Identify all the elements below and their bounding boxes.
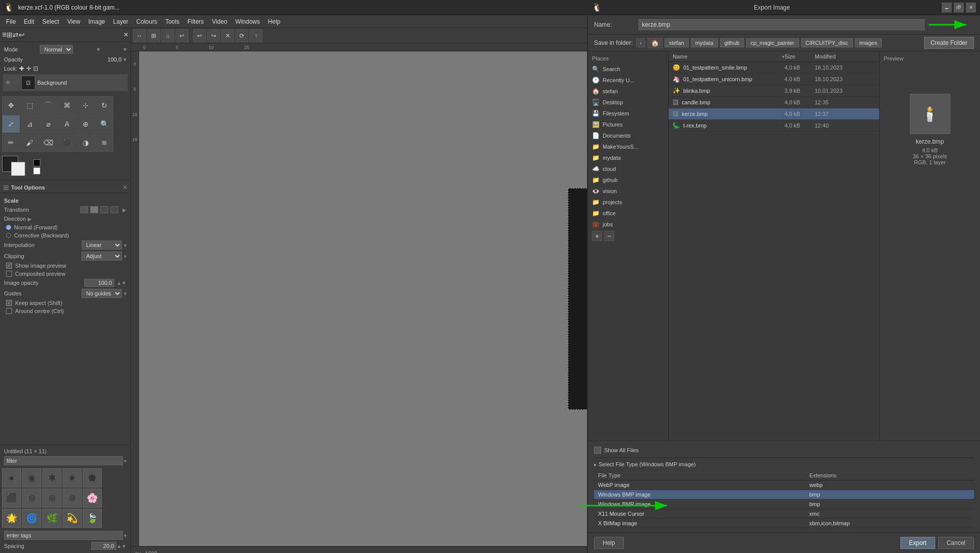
- brush-item-6[interactable]: ⬛: [2, 488, 21, 508]
- brush-item-3[interactable]: ✱: [42, 468, 61, 487]
- tool-rotate[interactable]: ↻: [95, 96, 113, 114]
- tool-rect-select[interactable]: ⬚: [21, 96, 39, 114]
- col-modified-header[interactable]: Modified: [815, 53, 875, 59]
- canvas-tool-4[interactable]: ↩: [175, 29, 188, 42]
- canvas-export2[interactable]: ↑: [249, 29, 263, 42]
- place-filesystem[interactable]: 💾 Filesystem: [588, 108, 668, 119]
- tool-paint[interactable]: 🖌: [21, 134, 39, 152]
- brush-item-4[interactable]: ★: [62, 468, 82, 487]
- tool-warp[interactable]: ⌀: [39, 115, 57, 133]
- tool-picker[interactable]: ⊕: [77, 115, 95, 133]
- menu-tools[interactable]: Tools: [161, 17, 183, 26]
- filetype-row-5[interactable]: X BitMap image xbm,icon,bitmap: [594, 519, 974, 528]
- composited-preview-checkbox[interactable]: [6, 271, 12, 277]
- menu-edit[interactable]: Edit: [20, 17, 38, 26]
- menu-video[interactable]: Video: [208, 17, 231, 26]
- mode-select[interactable]: Normal: [40, 45, 73, 54]
- canvas-undo[interactable]: ↩: [193, 29, 206, 42]
- filetype-row-1[interactable]: WebP image webp: [594, 480, 974, 490]
- background-color[interactable]: [11, 162, 25, 176]
- brush-item-1[interactable]: ●: [2, 468, 21, 487]
- brush-item-14[interactable]: 💫: [62, 509, 82, 528]
- folder-back-btn[interactable]: ‹: [636, 38, 645, 47]
- canvas-tool-1[interactable]: ↔: [133, 29, 146, 42]
- file-row-6[interactable]: 🦕 t-rex.bmp 4,0 kB 12:40: [669, 120, 879, 132]
- black-white-icon[interactable]: [33, 159, 40, 166]
- folder-home-btn[interactable]: 🏠: [647, 38, 663, 48]
- menu-filters[interactable]: Filters: [183, 17, 208, 26]
- around-centre-checkbox[interactable]: [6, 308, 12, 314]
- place-mydata[interactable]: 📁 mydata: [588, 152, 668, 163]
- place-cloud[interactable]: ☁️ cloud: [588, 163, 668, 174]
- col-name-header[interactable]: Name: [673, 53, 782, 59]
- canvas-tool-2[interactable]: ⊞: [147, 29, 160, 42]
- place-jobs[interactable]: 💼 jobs: [588, 219, 668, 230]
- folder-path-stefan[interactable]: stefan: [665, 38, 689, 47]
- place-pictures[interactable]: 🖼️ Pictures: [588, 119, 668, 130]
- brush-item-11[interactable]: 🌟: [2, 509, 21, 528]
- direction-corrective-radio[interactable]: [6, 233, 11, 238]
- file-row-2[interactable]: 🦄 01_testpattern_unicorn.bmp 4,0 kB 18.1…: [669, 74, 879, 85]
- filename-input[interactable]: kerze.bmp: [638, 19, 925, 30]
- interpolation-select[interactable]: Linear None Cubic: [82, 240, 122, 250]
- canvas-tool-3[interactable]: ⌂: [161, 29, 174, 42]
- folder-path-cp-magic-painter[interactable]: cp_magic_painter: [746, 38, 799, 47]
- col-size-header[interactable]: Size: [785, 53, 815, 59]
- help-button[interactable]: Help: [594, 537, 624, 549]
- place-github[interactable]: 📁 github: [588, 174, 668, 186]
- layer-row[interactable]: 👁 ⛓ 🖼 Background: [3, 74, 127, 91]
- file-row-4[interactable]: 🖼 candle.bmp 4,0 kB 12:35: [669, 97, 879, 108]
- remove-place-btn[interactable]: −: [604, 231, 614, 241]
- image-opacity-input[interactable]: 100,0: [84, 279, 114, 287]
- menu-select[interactable]: Select: [38, 17, 63, 26]
- export-button[interactable]: Export: [900, 537, 935, 549]
- layer-visibility-icon[interactable]: 👁: [5, 79, 11, 86]
- cancel-button[interactable]: Cancel: [938, 537, 974, 549]
- guides-select[interactable]: No guides: [82, 289, 122, 298]
- lock-position-icon[interactable]: ✚: [19, 65, 24, 72]
- folder-path-images[interactable]: images: [855, 38, 882, 47]
- tool-options-close[interactable]: ✕: [122, 184, 127, 191]
- filetype-row-3[interactable]: Windows BMP image bmp: [594, 500, 974, 509]
- brush-item-15[interactable]: 🍃: [83, 509, 102, 528]
- menu-layer[interactable]: Layer: [109, 17, 133, 26]
- menu-file[interactable]: File: [2, 17, 20, 26]
- file-type-header[interactable]: ▸ Select File Type (Windows BMP image): [594, 460, 974, 469]
- toolbox-close-icon[interactable]: ✕: [123, 31, 128, 38]
- canvas-redo[interactable]: ↪: [207, 29, 220, 42]
- tool-smudge[interactable]: ≋: [95, 134, 113, 152]
- tool-move[interactable]: ✥: [2, 96, 20, 114]
- brush-item-10[interactable]: 🌸: [83, 488, 102, 508]
- place-projects[interactable]: 📁 projects: [588, 197, 668, 208]
- menu-windows[interactable]: Windows: [231, 17, 264, 26]
- dialog-minimize-btn[interactable]: 🗕: [942, 3, 952, 13]
- menu-image[interactable]: Image: [84, 17, 109, 26]
- dialog-close-btn[interactable]: ✕: [966, 3, 976, 13]
- folder-path-mydata[interactable]: mydata: [691, 38, 718, 47]
- brush-item-13[interactable]: 🌿: [42, 509, 61, 528]
- tool-crop[interactable]: ⊹: [77, 96, 95, 114]
- lock-alpha-icon[interactable]: ⊡: [33, 65, 38, 72]
- tool-free-select[interactable]: ⌒: [39, 96, 57, 114]
- menu-colours[interactable]: Colours: [133, 17, 161, 26]
- brush-item-9[interactable]: ⊗: [62, 488, 82, 508]
- lock-pixels-icon[interactable]: ✛: [26, 65, 31, 72]
- file-row-3[interactable]: ✨ blinka.bmp 3,9 kB 10.01.2023: [669, 85, 879, 97]
- tool-dodge[interactable]: ◑: [77, 134, 95, 152]
- dialog-restore-btn[interactable]: 🗗: [954, 3, 964, 13]
- tool-fuzzy-select[interactable]: ⌘: [58, 96, 76, 114]
- place-stefan[interactable]: 🏠 stefan: [588, 86, 668, 97]
- brush-item-8[interactable]: ⊕: [42, 488, 61, 508]
- folder-path-circuitpy[interactable]: CIRCUITPY_disc: [801, 38, 853, 47]
- brush-item-12[interactable]: 🌀: [22, 509, 41, 528]
- place-search[interactable]: 🔍 Search: [588, 64, 668, 75]
- tool-zoom[interactable]: 🔍: [95, 115, 113, 133]
- keep-aspect-checkbox[interactable]: [6, 300, 12, 306]
- show-image-preview-checkbox[interactable]: [6, 263, 12, 269]
- tag-input[interactable]: enter tags: [4, 531, 123, 540]
- place-office[interactable]: 📁 office: [588, 208, 668, 219]
- tool-eraser[interactable]: ⌫: [39, 134, 57, 152]
- brush-item-7[interactable]: ⊛: [22, 488, 41, 508]
- place-desktop[interactable]: 🖥️ Desktop: [588, 97, 668, 108]
- filter-input[interactable]: filter: [4, 456, 123, 465]
